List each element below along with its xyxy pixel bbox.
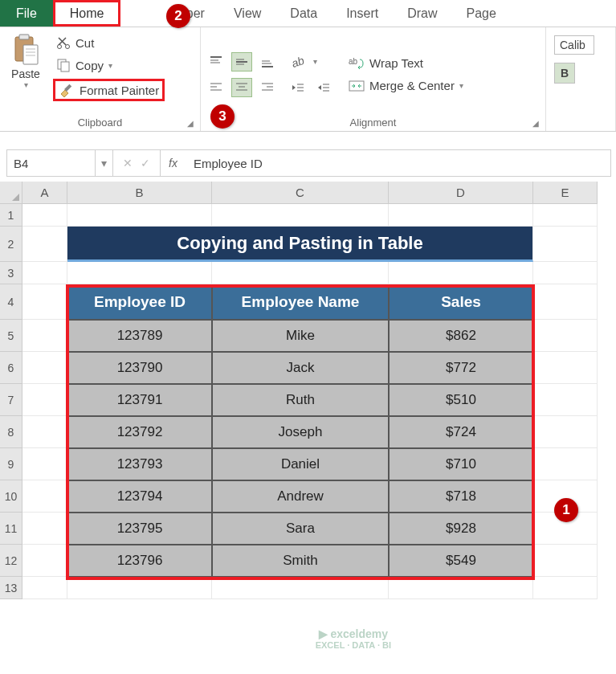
table-cell[interactable]: $724: [389, 416, 533, 448]
chevron-down-icon[interactable]: ▾: [459, 81, 463, 90]
callout-1: 1: [554, 498, 578, 522]
orientation-button[interactable]: ab: [288, 52, 308, 71]
table-cell[interactable]: 123796: [67, 545, 212, 577]
align-left-button[interactable]: [206, 78, 226, 97]
table-cell[interactable]: 123794: [67, 480, 212, 513]
tab-draw[interactable]: Draw: [393, 0, 451, 27]
row-header[interactable]: 13: [0, 577, 22, 599]
table-cell[interactable]: 123795: [67, 513, 212, 545]
col-header-b[interactable]: B: [67, 182, 212, 204]
table-header-sales[interactable]: Sales: [389, 284, 533, 320]
table-cell[interactable]: 123789: [67, 320, 212, 352]
tab-view[interactable]: View: [219, 0, 275, 27]
tab-insert[interactable]: Insert: [332, 0, 393, 27]
merge-icon: [349, 79, 365, 93]
paste-icon: [12, 34, 39, 66]
chevron-down-icon[interactable]: ▾: [108, 61, 112, 70]
font-name-select[interactable]: Calib: [554, 35, 594, 55]
row-header[interactable]: 8: [0, 416, 22, 448]
row-header[interactable]: 3: [0, 262, 22, 284]
col-header-d[interactable]: D: [389, 182, 533, 204]
table-cell[interactable]: $718: [389, 480, 533, 513]
tab-file[interactable]: File: [0, 0, 53, 27]
align-bottom-button[interactable]: [257, 52, 278, 71]
svg-rect-9: [61, 62, 69, 71]
merge-center-button[interactable]: Merge & Center ▾: [349, 79, 463, 93]
spreadsheet-grid: A B C D E 1 2 Copying and Pasting in Tab…: [0, 182, 616, 599]
table-cell[interactable]: 123790: [67, 352, 212, 384]
table-cell[interactable]: Sara: [212, 513, 389, 545]
watermark: ▶ exceldemy EXCEL · DATA · BI: [316, 627, 391, 650]
tab-data[interactable]: Data: [275, 0, 332, 27]
table-header-id[interactable]: Employee ID: [67, 284, 212, 320]
title-cell[interactable]: Copying and Pasting in Table: [67, 227, 533, 262]
svg-rect-36: [349, 81, 364, 91]
fx-icon[interactable]: fx: [161, 157, 186, 170]
chevron-down-icon[interactable]: ▾: [313, 57, 317, 66]
decrease-indent-button[interactable]: [288, 78, 308, 97]
tab-page[interactable]: Page: [452, 0, 511, 27]
paste-button[interactable]: Paste ▾: [5, 32, 47, 115]
row-header[interactable]: 4: [0, 284, 22, 320]
align-top-button[interactable]: [206, 52, 226, 71]
col-header-a[interactable]: A: [22, 182, 67, 204]
scissors-icon: [56, 35, 71, 50]
table-cell[interactable]: 123791: [67, 384, 212, 416]
table-cell[interactable]: Daniel: [212, 448, 389, 480]
grid-rows: 1 2 Copying and Pasting in Table 3 4 Emp…: [0, 204, 616, 599]
row-header[interactable]: 10: [0, 480, 22, 513]
table-cell[interactable]: $772: [389, 352, 533, 384]
row-header[interactable]: 2: [0, 227, 22, 262]
copy-icon: [56, 58, 71, 72]
group-font: Calib B: [546, 27, 616, 131]
increase-indent-button[interactable]: [313, 78, 334, 97]
formula-bar: B4 ▾ ✕ ✓ fx Employee ID: [6, 149, 611, 177]
paste-label: Paste: [11, 67, 40, 80]
row-header[interactable]: 11: [0, 513, 22, 545]
group-clipboard: Paste ▾ Cut Copy ▾ Format Painter: [0, 27, 201, 131]
format-painter-button[interactable]: Format Painter: [53, 79, 165, 101]
table-cell[interactable]: Mike: [212, 320, 389, 352]
table-header-name[interactable]: Employee Name: [212, 284, 389, 320]
dialog-launcher-icon[interactable]: ◢: [187, 119, 194, 128]
copy-button[interactable]: Copy ▾: [53, 56, 165, 74]
cut-button[interactable]: Cut: [53, 34, 165, 51]
align-center-button[interactable]: [231, 78, 252, 97]
row-header[interactable]: 6: [0, 352, 22, 384]
align-right-button[interactable]: [257, 78, 278, 97]
chevron-down-icon[interactable]: ▾: [24, 80, 28, 89]
wrap-text-button[interactable]: ab Wrap Text: [349, 56, 463, 71]
table-cell[interactable]: $710: [389, 448, 533, 480]
formula-input[interactable]: Employee ID: [186, 157, 271, 170]
table-cell[interactable]: 123793: [67, 448, 212, 480]
dialog-launcher-icon[interactable]: ◢: [532, 119, 539, 128]
name-box-dropdown[interactable]: ▾: [96, 150, 113, 176]
align-middle-button[interactable]: [231, 52, 252, 71]
brush-icon: [59, 83, 75, 97]
table-cell[interactable]: Jack: [212, 352, 389, 384]
cancel-icon[interactable]: ✕: [123, 157, 133, 170]
table-cell[interactable]: $928: [389, 513, 533, 545]
tab-home[interactable]: Home: [53, 0, 121, 27]
table-cell[interactable]: $510: [389, 384, 533, 416]
row-header[interactable]: 1: [0, 204, 22, 227]
callout-2: 2: [166, 4, 190, 28]
col-header-c[interactable]: C: [212, 182, 389, 204]
table-cell[interactable]: Smith: [212, 545, 389, 577]
row-header[interactable]: 5: [0, 320, 22, 352]
group-alignment: ab ▾ ab Wrap Text Merge & Center ▾: [201, 27, 546, 131]
name-box[interactable]: B4: [7, 150, 96, 176]
enter-icon[interactable]: ✓: [141, 157, 150, 170]
table-cell[interactable]: Joseph: [212, 416, 389, 448]
table-cell[interactable]: Ruth: [212, 384, 389, 416]
table-cell[interactable]: $549: [389, 545, 533, 577]
row-header[interactable]: 12: [0, 545, 22, 577]
table-cell[interactable]: Andrew: [212, 480, 389, 513]
row-header[interactable]: 9: [0, 448, 22, 480]
table-cell[interactable]: 123792: [67, 416, 212, 448]
row-header[interactable]: 7: [0, 384, 22, 416]
bold-button[interactable]: B: [554, 63, 575, 84]
col-header-e[interactable]: E: [533, 182, 598, 204]
table-cell[interactable]: $862: [389, 320, 533, 352]
select-all-button[interactable]: [0, 182, 22, 204]
